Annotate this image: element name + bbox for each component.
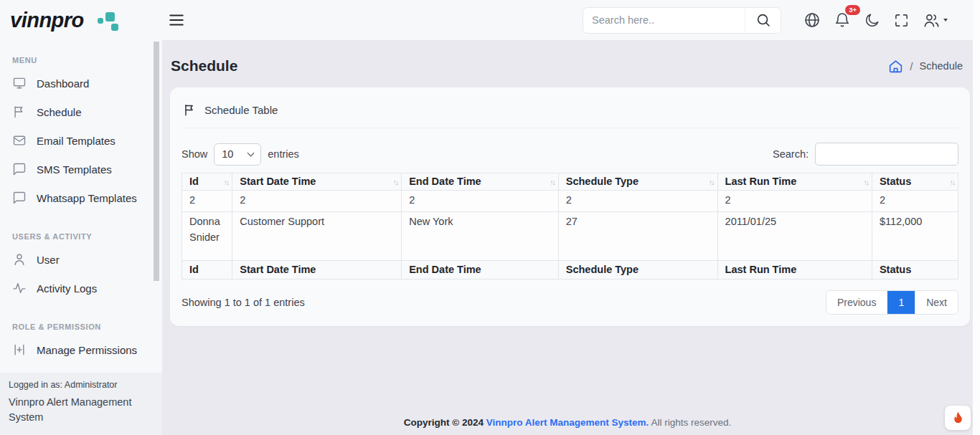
chevron-down-icon (943, 19, 948, 21)
sidebar-scrollbar[interactable] (154, 42, 159, 281)
breadcrumb-separator: / (910, 60, 913, 72)
pagination: Previous 1 Next (826, 290, 958, 315)
cell-start-date-time: 2 (232, 191, 402, 212)
main-content: Schedule / Schedule Schedule Table Show … (162, 40, 980, 435)
header-actions: 3+ (583, 7, 980, 34)
logo-text: vinnpro (10, 9, 84, 32)
previous-page-button[interactable]: Previous (826, 291, 887, 314)
top-header: vinnpro 3+ (0, 0, 980, 40)
moon-icon[interactable] (864, 12, 880, 29)
logo-dot-icon (105, 12, 115, 21)
footer-column-end-date-time: End Date Time (402, 261, 559, 279)
page-1-button[interactable]: 1 (887, 291, 915, 314)
fullscreen-icon[interactable] (893, 12, 910, 29)
table-row[interactable]: 2 2 2 2 2 2 (182, 191, 958, 212)
footer-column-last-run-time: Last Run Time (717, 261, 872, 279)
sidebar-section-label: ROLE & PERMISSION (12, 322, 149, 331)
table-footer-bar: Showing 1 to 1 of 1 entries Previous 1 N… (182, 290, 958, 315)
mail-icon (12, 133, 27, 148)
schedule-table-card: Schedule Table Show 10 entries Search: (170, 87, 970, 326)
sidebar-footer: Logged in as: Administrator Vinnpro Aler… (0, 373, 162, 435)
sidebar-item-user[interactable]: User (12, 245, 149, 274)
cell-schedule-type: 27 (558, 211, 717, 261)
logo-dot-icon (98, 18, 103, 24)
monitor-icon (12, 76, 27, 90)
table-info: Showing 1 to 1 of 1 entries (182, 297, 305, 308)
search-icon[interactable] (745, 8, 781, 33)
sidebar-section-label: MENU (12, 56, 149, 64)
chat-bubble-icon (12, 191, 27, 205)
cell-last-run-time: 2011/01/25 (717, 211, 872, 261)
sidebar: MENU Dashboard Schedule Email Templates … (0, 40, 162, 435)
table-footer-row: Id Start Date Time End Date Time Schedul… (182, 261, 958, 279)
sidebar-item-manage-permissions[interactable]: Manage Permissions (12, 335, 149, 364)
column-header-end-date-time[interactable]: End Date Time (402, 173, 559, 191)
sidebar-item-label: User (37, 254, 60, 266)
user-menu-icon[interactable] (923, 11, 948, 29)
length-menu: Show 10 entries (182, 143, 299, 166)
cell-start-date-time: Customer Support (232, 211, 402, 261)
page-title: Schedule (171, 57, 237, 75)
card-header: Schedule Table (182, 99, 958, 128)
copyright-text: Copyright © 2024 (404, 417, 484, 428)
flag-icon (183, 103, 197, 117)
sidebar-item-label: Whatsapp Templates (37, 192, 137, 204)
column-header-status[interactable]: Status (872, 173, 958, 191)
show-label: Show (182, 148, 207, 160)
bell-icon[interactable]: 3+ (834, 11, 851, 29)
activity-pulse-icon (12, 281, 27, 295)
header-search (583, 7, 781, 34)
logo[interactable]: vinnpro (0, 9, 162, 32)
sidebar-item-label: Email Templates (37, 135, 116, 147)
next-page-button[interactable]: Next (915, 291, 958, 314)
schedule-table: Id Start Date Time End Date Time Schedul… (182, 173, 958, 279)
sidebar-item-label: Dashboard (37, 77, 89, 90)
search-label: Search: (773, 148, 809, 160)
sidebar-item-activity-logs[interactable]: Activity Logs (12, 274, 149, 302)
cell-status: $112,000 (872, 211, 958, 261)
person-icon (12, 252, 27, 267)
table-search-input[interactable] (815, 143, 958, 166)
table-header-row: Id Start Date Time End Date Time Schedul… (182, 173, 958, 191)
footer-column-schedule-type: Schedule Type (558, 261, 717, 279)
table-controls: Show 10 entries Search: (182, 143, 958, 166)
footer-column-status: Status (872, 261, 958, 279)
breadcrumb: / Schedule (888, 59, 963, 74)
footer-column-id: Id (182, 261, 232, 279)
sidebar-section-label: USERS & ACTIVITY (12, 232, 149, 241)
search-input[interactable] (583, 8, 745, 33)
sliders-icon (12, 343, 27, 357)
globe-icon[interactable] (804, 11, 821, 29)
sidebar-item-dashboard[interactable]: Dashboard (12, 69, 149, 97)
home-icon[interactable] (888, 59, 903, 74)
page-header: Schedule / Schedule (162, 40, 980, 87)
column-header-schedule-type[interactable]: Schedule Type (558, 173, 717, 191)
column-header-id[interactable]: Id (182, 173, 232, 191)
logged-in-as: Logged in as: Administrator (9, 380, 154, 390)
breadcrumb-current: Schedule (920, 60, 963, 72)
sidebar-item-sms-templates[interactable]: SMS Templates (12, 155, 149, 183)
page-scrollbar[interactable] (973, 0, 980, 435)
chat-bubble-icon (12, 162, 27, 176)
cell-last-run-time: 2 (717, 191, 872, 212)
system-name: Vinnpro Alert Management System (9, 395, 154, 425)
page-length-select[interactable]: 10 (214, 143, 261, 166)
sidebar-item-label: Schedule (37, 106, 82, 118)
sidebar-item-whatsapp-templates[interactable]: Whatsapp Templates (12, 183, 149, 212)
cell-end-date-time: 2 (402, 191, 559, 212)
table-search: Search: (773, 143, 958, 166)
column-header-last-run-time[interactable]: Last Run Time (717, 173, 872, 191)
rights-text: All rights reserved. (651, 417, 731, 428)
codeigniter-flame-icon[interactable] (945, 406, 971, 430)
column-header-start-date-time[interactable]: Start Date Time (232, 173, 402, 191)
sidebar-item-email-templates[interactable]: Email Templates (12, 126, 149, 155)
notification-badge: 3+ (845, 5, 860, 15)
cell-id: 2 (182, 191, 232, 212)
footer-brand-link[interactable]: Vinnpro Alert Management System. (486, 417, 649, 428)
flag-icon (12, 105, 27, 119)
menu-toggle-icon[interactable] (167, 11, 186, 29)
sidebar-item-schedule[interactable]: Schedule (12, 97, 149, 126)
cell-id: Donna Snider (182, 211, 232, 261)
card-title: Schedule Table (204, 104, 278, 116)
table-row[interactable]: Donna Snider Customer Support New York 2… (182, 211, 958, 261)
